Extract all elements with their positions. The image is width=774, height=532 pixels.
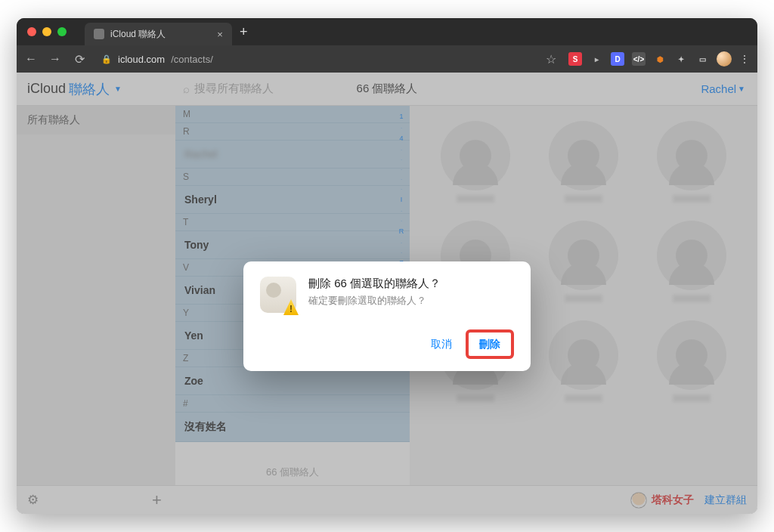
close-tab-icon[interactable]: × xyxy=(217,29,223,40)
browser-tab[interactable]: iCloud 聯絡人 × xyxy=(85,23,232,45)
extension-devtools-icon[interactable]: </> xyxy=(632,52,646,66)
tab-title: iCloud 聯絡人 xyxy=(110,28,166,41)
extension-shield-icon[interactable]: ⬢ xyxy=(653,52,667,66)
delete-button[interactable]: 刪除 xyxy=(479,338,500,350)
forward-button[interactable]: → xyxy=(48,52,62,66)
apple-favicon-icon xyxy=(94,29,104,39)
bookmark-star-icon[interactable]: ☆ xyxy=(544,52,558,66)
address-bar: ← → ⟳ 🔒 icloud.com/contacts/ ☆ S ▸ D </>… xyxy=(17,45,757,73)
url-host: icloud.com xyxy=(118,54,165,65)
delete-confirm-dialog: 刪除 66 個選取的聯絡人？ 確定要刪除選取的聯絡人？ 取消 刪除 xyxy=(243,261,531,371)
dialog-subtitle: 確定要刪除選取的聯絡人？ xyxy=(308,294,514,308)
lock-icon: 🔒 xyxy=(101,54,112,64)
extensions-menu-icon[interactable]: ✦ xyxy=(674,52,688,66)
warning-icon xyxy=(260,277,296,313)
icloud-contacts-app: iCloud 聯絡人 ▼ ⌕ 搜尋所有聯絡人 66 個聯絡人 Rachel ▼ … xyxy=(17,73,757,514)
browser-window: iCloud 聯絡人 × + ← → ⟳ 🔒 icloud.com/contac… xyxy=(17,18,757,514)
reload-button[interactable]: ⟳ xyxy=(73,52,86,66)
url-field[interactable]: 🔒 icloud.com/contacts/ xyxy=(101,54,213,65)
url-path: /contacts/ xyxy=(171,54,213,65)
maximize-window-button[interactable] xyxy=(57,27,67,36)
extension-d-icon[interactable]: D xyxy=(611,52,624,66)
back-button[interactable]: ← xyxy=(24,52,38,66)
traffic-lights xyxy=(27,27,67,36)
minimize-window-button[interactable] xyxy=(42,27,51,36)
profile-avatar[interactable] xyxy=(717,51,732,66)
new-tab-button[interactable]: + xyxy=(240,24,248,40)
dialog-title: 刪除 66 個選取的聯絡人？ xyxy=(308,277,514,291)
cancel-button[interactable]: 取消 xyxy=(431,338,452,351)
extension-play-icon[interactable]: ▸ xyxy=(590,52,603,66)
extension-icons: S ▸ D </> ⬢ ✦ ▭ ⋮ xyxy=(568,51,750,66)
delete-button-highlight: 刪除 xyxy=(466,329,514,359)
close-window-button[interactable] xyxy=(27,27,36,36)
cast-icon[interactable]: ▭ xyxy=(695,52,709,66)
extension-s-icon[interactable]: S xyxy=(568,52,582,66)
title-bar: iCloud 聯絡人 × + xyxy=(17,18,757,45)
browser-menu-icon[interactable]: ⋮ xyxy=(739,53,750,65)
